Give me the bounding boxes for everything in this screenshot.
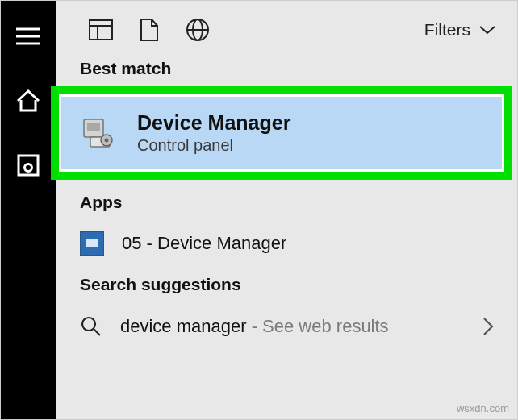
svg-point-4 (25, 164, 32, 172)
best-match-title: Device Manager (137, 111, 290, 135)
search-panel: Filters Best match (0, 0, 518, 420)
apps-header: Apps (56, 180, 517, 220)
suggestion-result[interactable]: device manager - See web results (56, 302, 517, 351)
best-match-text: Device Manager Control panel (137, 111, 290, 155)
suggestion-hint: - See web results (247, 316, 389, 336)
best-match-header: Best match (56, 59, 517, 86)
document-icon[interactable] (125, 18, 173, 42)
highlight-box: Device Manager Control panel (51, 86, 512, 180)
svg-point-17 (82, 318, 95, 331)
svg-rect-13 (87, 123, 100, 131)
best-match-result[interactable]: Device Manager Control panel (59, 94, 504, 172)
toolbar: Filters (56, 1, 517, 59)
svg-marker-8 (141, 19, 157, 40)
filters-label: Filters (424, 20, 470, 40)
hamburger-icon[interactable] (14, 22, 43, 51)
panel-icon[interactable] (77, 19, 125, 40)
filters-dropdown[interactable]: Filters (424, 20, 503, 40)
suggestions-header: Search suggestions (56, 267, 517, 302)
globe-icon[interactable] (173, 18, 222, 42)
svg-rect-5 (90, 20, 112, 40)
home-icon[interactable] (14, 86, 43, 115)
app-result[interactable]: 05 - Device Manager (56, 220, 517, 267)
main-area: Filters Best match (56, 1, 517, 419)
suggestion-query: device manager (120, 316, 247, 336)
app-icon (80, 231, 104, 256)
sidebar (1, 1, 56, 419)
search-icon (80, 315, 102, 338)
app-title: 05 - Device Manager (122, 233, 286, 254)
chevron-down-icon (478, 25, 496, 35)
best-match-subtitle: Control panel (137, 136, 290, 155)
photo-icon[interactable] (14, 151, 43, 180)
svg-line-18 (94, 329, 100, 335)
chevron-right-icon (482, 316, 517, 337)
suggestion-text: device manager - See web results (120, 316, 389, 337)
svg-point-16 (105, 139, 109, 143)
device-manager-icon (81, 114, 118, 152)
watermark: wsxdn.com (457, 402, 509, 414)
